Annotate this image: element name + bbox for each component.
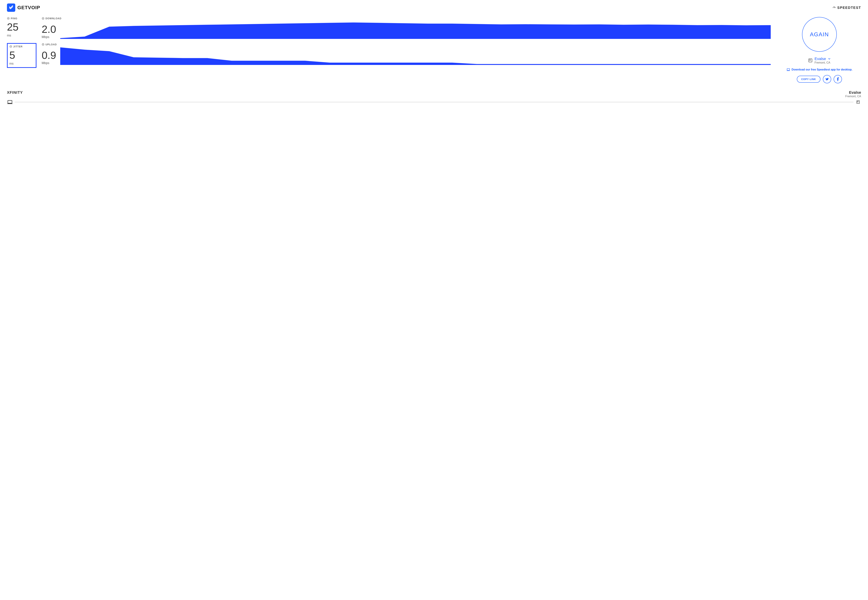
laptop-icon (786, 68, 790, 71)
upload-unit: Mbps (42, 61, 56, 65)
server-name: Evalse (815, 57, 826, 61)
server-icon (808, 58, 813, 63)
download-unit: Mbps (42, 35, 56, 39)
svg-line-0 (834, 7, 835, 8)
copy-link-label: COPY LINK (801, 78, 816, 80)
gauge-icon (832, 6, 836, 9)
upload-label: UPLOAD (45, 43, 57, 46)
server-location: Fremont, CA (815, 61, 831, 64)
footer-server-name: Evalse (845, 90, 861, 95)
footer-server-location: Fremont, CA (845, 95, 861, 98)
svg-rect-8 (787, 68, 790, 70)
ping-block: PING 25 ms (7, 17, 36, 39)
facebook-icon (837, 77, 839, 81)
again-label: AGAIN (810, 31, 829, 38)
ping-value: 25 (7, 22, 36, 32)
chevron-down-icon (828, 57, 831, 61)
download-value: 2.0 (42, 24, 56, 35)
download-app-link[interactable]: Download our free Speedtest app for desk… (786, 68, 852, 71)
download-chart (60, 20, 771, 39)
twitter-icon (825, 77, 829, 81)
speedtest-label: SPEEDTEST (837, 6, 861, 10)
ping-icon (7, 17, 10, 20)
download-label: DOWNLOAD (45, 17, 61, 20)
laptop-icon (7, 100, 13, 104)
download-block: DOWNLOAD 2.0 Mbps (42, 17, 771, 39)
speedtest-brand: SPEEDTEST (832, 6, 861, 10)
footer-server: Evalse Fremont, CA (845, 90, 861, 98)
brand-badge-icon (7, 3, 15, 12)
server-selector[interactable]: Evalse (815, 57, 831, 61)
server-icon (855, 100, 861, 104)
brand-name: GETVOIP (17, 5, 40, 11)
again-button[interactable]: AGAIN (802, 17, 837, 52)
ping-unit: ms (7, 34, 36, 37)
upload-block: UPLOAD 0.9 Mbps (42, 43, 771, 68)
upload-icon (42, 43, 44, 46)
upload-chart (60, 46, 771, 65)
jitter-block: JITTER 5 ms (7, 43, 36, 68)
download-app-label: Download our free Speedtest app for desk… (792, 68, 852, 71)
connection-bar (15, 102, 853, 102)
copy-link-button[interactable]: COPY LINK (797, 76, 821, 83)
share-twitter-button[interactable] (823, 75, 831, 83)
jitter-unit: ms (9, 62, 34, 65)
jitter-label: JITTER (13, 45, 23, 48)
isp-name: XFINITY (7, 90, 23, 95)
upload-value: 0.9 (42, 50, 56, 61)
svg-rect-10 (8, 100, 12, 103)
ping-label: PING (11, 17, 17, 20)
brand-logo[interactable]: GETVOIP (7, 3, 40, 12)
jitter-icon (9, 45, 12, 48)
download-icon (42, 17, 44, 20)
jitter-value: 5 (9, 50, 34, 61)
share-facebook-button[interactable] (834, 75, 842, 83)
